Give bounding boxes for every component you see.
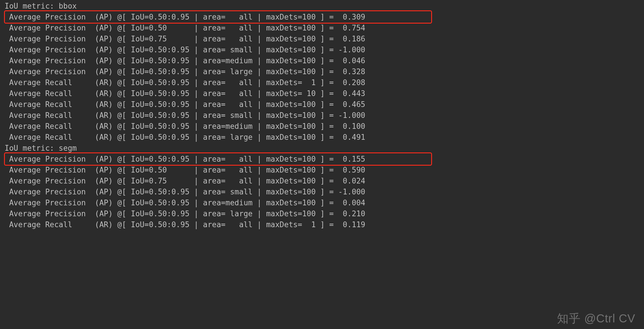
metric-row: Average Precision (AP) @[ IoU=0.50 | are… — [5, 164, 644, 175]
metric-row: Average Recall (AR) @[ IoU=0.50:0.95 | a… — [5, 88, 644, 99]
metric-row: Average Recall (AR) @[ IoU=0.50:0.95 | a… — [5, 99, 644, 110]
metric-row: Average Precision (AP) @[ IoU=0.50:0.95 … — [5, 66, 644, 77]
metric-row: Average Precision (AP) @[ IoU=0.50:0.95 … — [5, 55, 644, 66]
metric-row: Average Recall (AR) @[ IoU=0.50:0.95 | a… — [5, 110, 644, 121]
metric-row: Average Recall (AR) @[ IoU=0.50:0.95 | a… — [5, 121, 644, 132]
metric-row: Average Precision (AP) @[ IoU=0.75 | are… — [5, 175, 644, 186]
watermark: 知乎 @Ctrl CV — [557, 313, 635, 324]
metric-row: Average Precision (AP) @[ IoU=0.50:0.95 … — [5, 154, 644, 164]
metric-row: Average Recall (AR) @[ IoU=0.50:0.95 | a… — [5, 77, 644, 88]
metric-row: Average Precision (AP) @[ IoU=0.50:0.95 … — [5, 44, 644, 55]
metric-row: Average Precision (AP) @[ IoU=0.75 | are… — [5, 33, 644, 44]
terminal-output: IoU metric: bbox Average Precision (AP) … — [0, 0, 644, 230]
metric-section-header: IoU metric: bbox — [5, 1, 644, 12]
metric-row: Average Recall (AR) @[ IoU=0.50:0.95 | a… — [5, 132, 644, 143]
metric-row: Average Precision (AP) @[ IoU=0.50:0.95 … — [5, 197, 644, 208]
metric-row: Average Precision (AP) @[ IoU=0.50:0.95 … — [5, 186, 644, 197]
metric-row: Average Precision (AP) @[ IoU=0.50 | are… — [5, 22, 644, 33]
metric-row: Average Precision (AP) @[ IoU=0.50:0.95 … — [5, 208, 644, 219]
metric-row: Average Recall (AR) @[ IoU=0.50:0.95 | a… — [5, 219, 644, 230]
metric-section-header: IoU metric: segm — [5, 143, 644, 154]
metric-row: Average Precision (AP) @[ IoU=0.50:0.95 … — [5, 12, 644, 22]
